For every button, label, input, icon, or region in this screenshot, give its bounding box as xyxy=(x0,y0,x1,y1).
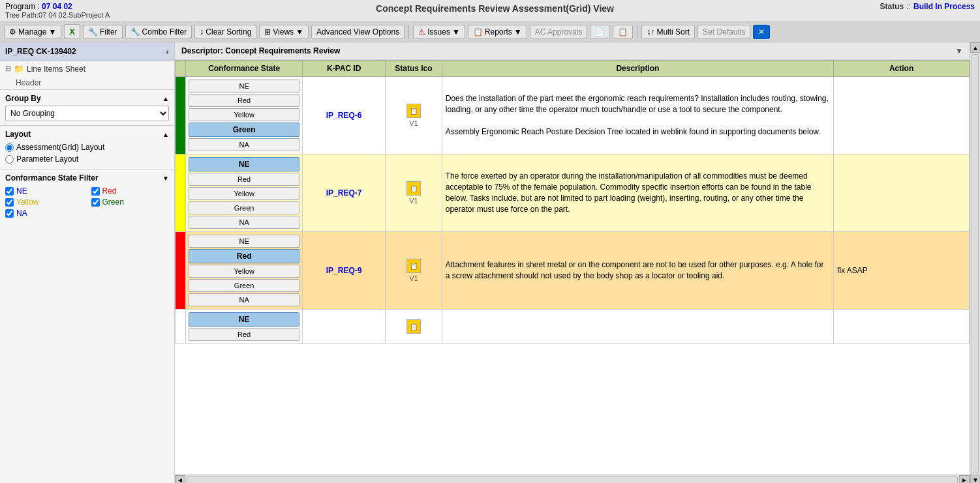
layout-parameter-radio[interactable] xyxy=(5,155,14,164)
tree-path: Tree Path:07 04 02.SubProject A xyxy=(5,11,110,19)
row2-conformance-cell: NE Red Yellow Green NA xyxy=(186,154,303,232)
row2-conformance-btns: NE Red Yellow Green NA xyxy=(187,156,301,230)
layout-parameter[interactable]: Parameter Layout xyxy=(5,153,169,165)
row1-btn-green[interactable]: Green xyxy=(189,123,299,137)
conf-na-label: NA xyxy=(16,209,27,218)
layout-assessment-label: Assessment(Grid) Layout xyxy=(16,143,104,152)
sidebar-title: IP_REQ CK-139402 xyxy=(5,47,76,56)
row3-kpac-link[interactable]: IP_REQ-9 xyxy=(306,266,382,275)
row3-version: V1 xyxy=(389,274,438,282)
col-action-header: Action xyxy=(834,61,970,77)
row2-action xyxy=(834,154,970,232)
scroll-horizontal-track[interactable] xyxy=(187,476,958,484)
grid-header-row: Conformance State K-PAC ID Status Ico De… xyxy=(176,61,970,77)
row4-conformance-btns: NE Red xyxy=(187,311,301,342)
row1-btn-ne[interactable]: NE xyxy=(189,80,299,93)
reports-icon: 📋 xyxy=(473,27,483,37)
conf-red-checkbox[interactable] xyxy=(91,187,100,196)
conf-na-checkbox[interactable] xyxy=(5,209,14,218)
row1-btn-na[interactable]: NA xyxy=(189,138,299,151)
row1-kpac-link[interactable]: IP_REQ-6 xyxy=(306,111,382,120)
row4-btn-ne[interactable]: NE xyxy=(189,312,299,327)
issues-button[interactable]: ⚠ Issues ▼ xyxy=(413,25,465,39)
group-by-header[interactable]: Group By ▲ xyxy=(5,94,169,103)
multi-sort-button[interactable]: ↕↑ Multi Sort xyxy=(641,25,695,39)
folder-icon: 📁 xyxy=(14,64,24,74)
scroll-left-button[interactable]: ◄ xyxy=(175,475,185,484)
clear-sorting-button[interactable]: ↕ Clear Sorting xyxy=(194,25,256,39)
toolbar: ⚙ Manage ▼ X 🔧 Filter 🔧 Combo Filter ↕ C… xyxy=(0,22,980,42)
group-by-select[interactable]: No Grouping By Status By Type By Owner xyxy=(5,106,169,121)
conf-green-item: Green xyxy=(91,198,170,207)
sort-icon: ↕ xyxy=(200,27,204,37)
conf-green-checkbox[interactable] xyxy=(91,198,100,207)
manage-icon: ⚙ xyxy=(9,27,16,37)
header-item[interactable]: Header xyxy=(0,76,174,89)
advanced-view-button[interactable]: Advanced View Options xyxy=(311,25,405,39)
row4-btn-red[interactable]: Red xyxy=(189,328,299,341)
program-info: Program : 07 04 02 Tree Path:07 04 02.Su… xyxy=(5,2,110,19)
row2-btn-red[interactable]: Red xyxy=(189,173,299,186)
layout-header[interactable]: Layout ▲ xyxy=(5,130,169,139)
conf-ne-checkbox[interactable] xyxy=(5,187,14,196)
descriptor-label: Descriptor: Concept Requirements Review xyxy=(181,46,340,55)
page-title: Concept Requirements Review Assessment(G… xyxy=(110,2,880,14)
row1-indicator xyxy=(176,77,186,154)
col-description-header: Description xyxy=(442,61,833,77)
grid-container[interactable]: Conformance State K-PAC ID Status Ico De… xyxy=(175,60,970,475)
row1-status-icon: 📋 xyxy=(406,104,421,118)
set-defaults-button[interactable]: Set Defaults xyxy=(697,25,750,39)
reports-button[interactable]: 📋 Reports ▼ xyxy=(468,25,527,39)
row3-btn-green[interactable]: Green xyxy=(189,279,299,292)
conf-green-label: Green xyxy=(102,198,124,207)
content-area: Descriptor: Concept Requirements Review … xyxy=(175,42,970,483)
scroll-vertical-track[interactable] xyxy=(972,54,979,473)
views-button[interactable]: ⊞ Views ▼ xyxy=(259,25,309,39)
status-info: Status :: Build In Process xyxy=(880,2,975,11)
close-button[interactable]: ✕ xyxy=(753,25,770,39)
row2-btn-ne[interactable]: NE xyxy=(189,157,299,171)
manage-button[interactable]: ⚙ Manage ▼ xyxy=(4,25,61,39)
row3-btn-red[interactable]: Red xyxy=(189,249,299,263)
row1-conformance-btns: NE Red Yellow Green NA xyxy=(187,78,301,153)
row3-kpac-cell: IP_REQ-9 xyxy=(303,232,386,310)
line-items-sheet-item[interactable]: ⊟ 📁 Line Items Sheet xyxy=(0,61,174,76)
row1-btn-yellow[interactable]: Yellow xyxy=(189,108,299,121)
row3-status-cell: 📋 V1 xyxy=(386,232,442,310)
combo-filter-button[interactable]: 🔧 Combo Filter xyxy=(125,25,192,39)
conf-yellow-checkbox[interactable] xyxy=(5,198,14,207)
copy-icon: 📄 xyxy=(595,27,605,37)
paste-button[interactable]: 📋 xyxy=(613,25,633,39)
ac-approvals-button[interactable]: AC Approvals xyxy=(530,25,588,39)
multi-sort-icon: ↕↑ xyxy=(647,27,654,37)
conformance-header[interactable]: Conformance State Filter ▼ xyxy=(5,173,169,183)
top-header: Program : 07 04 02 Tree Path:07 04 02.Su… xyxy=(0,0,980,22)
layout-assessment-radio[interactable] xyxy=(5,143,14,152)
group-by-arrow: ▲ xyxy=(162,95,169,102)
layout-assessment[interactable]: Assessment(Grid) Layout xyxy=(5,141,169,153)
layout-label: Layout xyxy=(5,130,31,139)
row1-btn-red[interactable]: Red xyxy=(189,94,299,107)
row3-btn-ne[interactable]: NE xyxy=(189,235,299,248)
row2-btn-yellow[interactable]: Yellow xyxy=(189,187,299,200)
scroll-up-button[interactable]: ▲ xyxy=(970,42,980,53)
scroll-down-button[interactable]: ▼ xyxy=(970,475,980,483)
excel-button[interactable]: X xyxy=(64,24,80,39)
scroll-right-button[interactable]: ► xyxy=(959,475,970,484)
program-label: Program : xyxy=(5,2,40,11)
row2-btn-green[interactable]: Green xyxy=(189,201,299,214)
sidebar-collapse-button[interactable]: ‹ xyxy=(166,46,169,57)
row2-kpac-link[interactable]: IP_REQ-7 xyxy=(306,188,382,198)
filter-button[interactable]: 🔧 Filter xyxy=(83,25,123,39)
row3-indicator xyxy=(176,232,186,310)
separator-1 xyxy=(408,25,409,39)
row3-btn-yellow[interactable]: Yellow xyxy=(189,265,299,278)
copy-button[interactable]: 📄 xyxy=(590,25,610,39)
descriptor-collapse-button[interactable]: ▼ xyxy=(955,46,963,55)
col-conformance-header: Conformance State xyxy=(186,61,303,77)
row2-btn-na[interactable]: NA xyxy=(189,216,299,229)
row3-btn-na[interactable]: NA xyxy=(189,293,299,306)
row4-conformance-cell: NE Red xyxy=(186,310,303,344)
table-row: NE Red Yellow Green NA IP_REQ-9 📋 xyxy=(176,232,970,310)
separator-2 xyxy=(637,25,637,39)
